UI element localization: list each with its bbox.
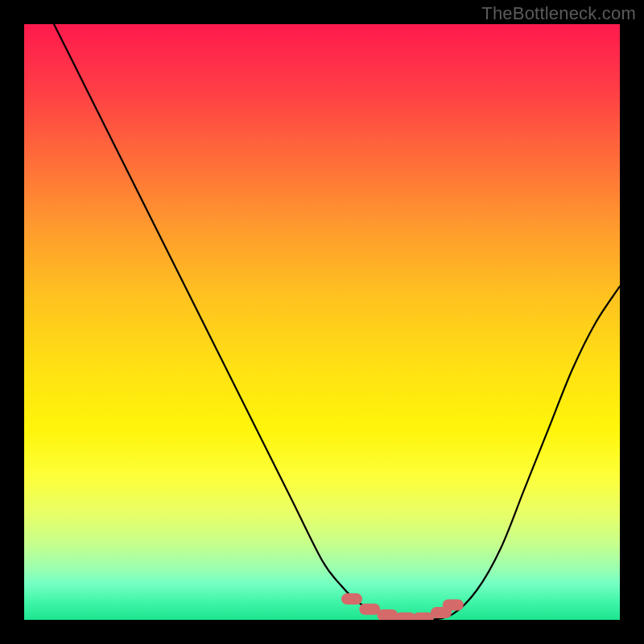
curve-overlay — [24, 24, 620, 620]
highlight-marker — [413, 613, 434, 620]
highlight-marker — [395, 613, 416, 620]
chart-frame: TheBottleneck.com — [0, 0, 644, 644]
highlight-marker — [443, 600, 464, 611]
highlight-marker — [359, 604, 380, 615]
plot-area — [24, 24, 620, 620]
highlight-markers — [341, 593, 464, 620]
highlight-marker — [341, 593, 362, 605]
bottleneck-curve-path — [54, 24, 620, 620]
highlight-marker — [377, 609, 398, 620]
watermark-text: TheBottleneck.com — [481, 3, 636, 24]
